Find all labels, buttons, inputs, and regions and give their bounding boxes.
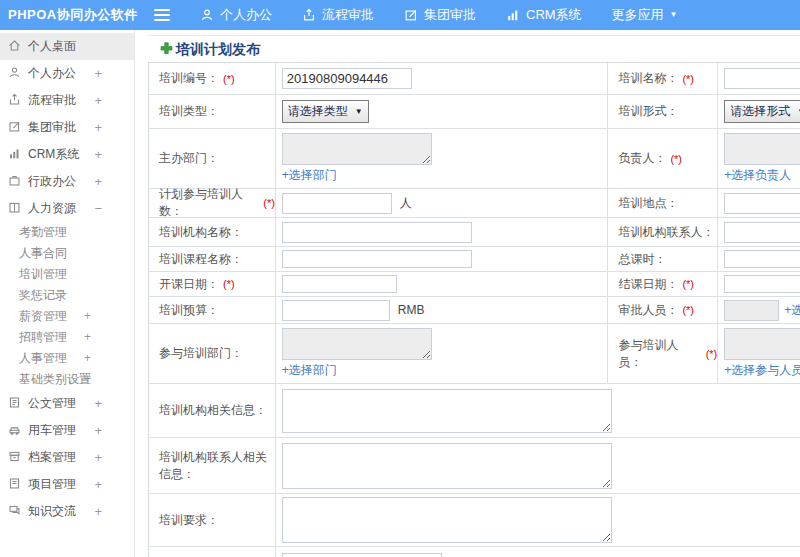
bar-chart-icon xyxy=(506,8,520,22)
sidebar-item-official-docs[interactable]: 公文管理 + xyxy=(0,390,134,417)
label-training-no: 培训编号：(*) xyxy=(149,63,276,94)
planned-participants-input[interactable] xyxy=(282,193,392,214)
home-icon xyxy=(8,39,21,55)
expand-plus[interactable]: + xyxy=(94,174,102,189)
training-no-input[interactable] xyxy=(282,68,412,89)
topnav-crm[interactable]: CRM系统 xyxy=(506,6,582,24)
sidebar-item-group-approval[interactable]: 集团审批 + xyxy=(0,114,134,141)
expand-plus[interactable]: + xyxy=(84,327,91,348)
bar-chart-icon xyxy=(8,147,21,163)
label-person-in-charge: 负责人：(*) xyxy=(608,129,718,188)
archive-icon xyxy=(8,450,21,466)
sidebar-item-knowledge[interactable]: 知识交流 + xyxy=(0,498,134,525)
page-title: 培训计划发布 xyxy=(176,41,260,59)
expand-plus[interactable]: + xyxy=(84,306,91,327)
expand-plus[interactable]: + xyxy=(84,369,91,390)
training-type-select[interactable]: 请选择类型 ▼ xyxy=(282,100,369,123)
sidebar-subitem-rewards[interactable]: 奖惩记录 xyxy=(0,285,134,306)
topnav-workflow-approval[interactable]: 流程审批 xyxy=(302,6,374,24)
top-nav: 个人办公 流程审批 集团审批 CRM系统 更多应用 ▼ xyxy=(200,6,678,24)
topnav-more-apps[interactable]: 更多应用 ▼ xyxy=(612,6,678,24)
sidebar-subitem-personnel[interactable]: 人事管理 + xyxy=(0,348,134,369)
institution-contact-input[interactable] xyxy=(724,222,800,243)
label-training-name: 培训名称：(*) xyxy=(608,63,718,94)
label-training-type: 培训类型： xyxy=(149,95,276,128)
total-hours-input[interactable] xyxy=(724,250,800,268)
sidebar-subitem-hr-contract[interactable]: 人事合同 xyxy=(0,243,134,264)
select-approver-link[interactable]: +选择审批人员 xyxy=(784,302,800,319)
institution-info-textarea[interactable] xyxy=(282,389,612,433)
select-participants-link[interactable]: +选择参与人员 xyxy=(724,362,800,379)
select-person-in-charge-link[interactable]: +选择负责人 xyxy=(724,167,791,184)
training-location-input[interactable] xyxy=(724,193,800,214)
sidebar-subitem-training[interactable]: 培训管理 xyxy=(0,264,134,285)
sidebar-item-vehicle[interactable]: 用车管理 + xyxy=(0,417,134,444)
chat-icon xyxy=(8,504,21,520)
select-department-link[interactable]: +选择部门 xyxy=(282,362,337,379)
approver-input[interactable] xyxy=(724,300,779,321)
sidebar-item-archives[interactable]: 档案管理 + xyxy=(0,444,134,471)
label-total-hours: 总课时： xyxy=(608,247,718,271)
label-participating-personnel: 参与培训人员：(*) xyxy=(608,324,718,383)
host-department-textarea[interactable] xyxy=(282,133,432,165)
start-date-input[interactable] xyxy=(282,275,397,293)
institution-name-input[interactable] xyxy=(282,222,472,243)
label-institution-contact-info: 培训机构联系人相关信息： xyxy=(149,438,276,493)
main-content: 培训计划发布 培训编号：(*) 培训名称：(*) 培训类型： xyxy=(136,30,800,557)
sidebar-item-human-resources[interactable]: 人力资源 − xyxy=(0,195,134,222)
label-training-form: 培训形式： xyxy=(608,95,718,128)
unit-rmb: RMB xyxy=(398,303,425,317)
participating-personnel-textarea[interactable] xyxy=(724,328,800,360)
topnav-personal-office[interactable]: 个人办公 xyxy=(200,6,272,24)
sidebar-item-crm[interactable]: CRM系统 + xyxy=(0,141,134,168)
label-training-location: 培训地点： xyxy=(608,189,718,217)
plus-icon xyxy=(160,42,173,58)
sidebar-item-workflow-approval[interactable]: 流程审批 + xyxy=(0,87,134,114)
institution-contact-info-textarea[interactable] xyxy=(282,443,612,489)
select-department-link[interactable]: +选择部门 xyxy=(282,167,337,184)
upload-icon xyxy=(302,8,316,22)
label-institution-contact: 培训机构联系人： xyxy=(608,218,718,246)
expand-plus[interactable]: + xyxy=(84,348,91,369)
attachment-input[interactable] xyxy=(282,553,442,557)
training-name-input[interactable] xyxy=(724,68,800,89)
label-start-date: 开课日期：(*) xyxy=(149,272,276,296)
upload-icon xyxy=(8,93,21,109)
label-approver: 审批人员：(*) xyxy=(608,297,718,323)
sidebar-subitem-attendance[interactable]: 考勤管理 xyxy=(0,222,134,243)
training-requirements-textarea[interactable] xyxy=(282,497,612,543)
training-budget-input[interactable] xyxy=(282,300,390,321)
user-icon xyxy=(8,66,21,82)
label-institution-info: 培训机构相关信息： xyxy=(149,384,276,437)
participating-departments-textarea[interactable] xyxy=(282,328,432,360)
top-header: PHPOA协同办公软件 个人办公 流程审批 集团审批 CRM系统 更多应用 ▼ xyxy=(0,0,800,30)
expand-plus[interactable]: + xyxy=(94,120,102,135)
car-icon xyxy=(8,423,21,439)
sidebar-item-admin-office[interactable]: 行政办公 + xyxy=(0,168,134,195)
expand-plus[interactable]: + xyxy=(94,504,102,519)
expand-plus[interactable]: + xyxy=(94,147,102,162)
person-in-charge-textarea[interactable] xyxy=(724,133,800,165)
expand-plus[interactable]: + xyxy=(94,450,102,465)
hamburger-menu-icon[interactable] xyxy=(154,9,170,21)
sidebar-subitem-recruitment[interactable]: 招聘管理 + xyxy=(0,327,134,348)
end-date-input[interactable] xyxy=(724,275,800,293)
expand-plus[interactable]: + xyxy=(94,93,102,108)
training-form-select[interactable]: 请选择形式 ▼ xyxy=(724,100,800,123)
expand-plus[interactable]: + xyxy=(94,477,102,492)
expand-plus[interactable]: + xyxy=(94,423,102,438)
expand-plus[interactable]: + xyxy=(94,66,102,81)
sidebar-subitem-salary[interactable]: 薪资管理 + xyxy=(0,306,134,327)
topnav-group-approval[interactable]: 集团审批 xyxy=(404,6,476,24)
sidebar-subitem-base-category[interactable]: 基础类别设置 + xyxy=(0,369,134,390)
sidebar-item-personal-desktop[interactable]: 个人桌面 xyxy=(0,33,134,60)
sidebar-item-personal-office[interactable]: 个人办公 + xyxy=(0,60,134,87)
label-planned-participants: 计划参与培训人数：(*) xyxy=(149,189,276,217)
expand-plus[interactable]: + xyxy=(94,396,102,411)
app-logo: PHPOA协同办公软件 xyxy=(0,6,138,24)
briefcase-icon xyxy=(8,174,21,190)
collapse-minus[interactable]: − xyxy=(94,201,102,216)
caret-down-icon: ▼ xyxy=(355,108,363,116)
sidebar-item-projects[interactable]: 项目管理 + xyxy=(0,471,134,498)
course-name-input[interactable] xyxy=(282,250,472,268)
